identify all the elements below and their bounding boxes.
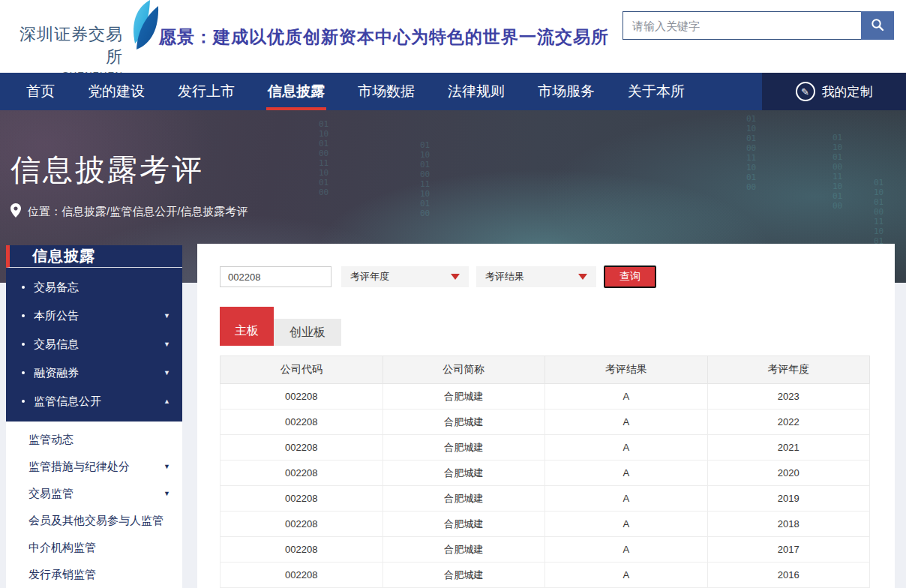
col-header-company-name: 公司简称 [382,356,545,384]
cell-result: A [545,486,708,512]
query-button[interactable]: 查询 [604,266,656,288]
cell-name: 合肥城建 [382,512,545,537]
sidebar-item-label: 监管信息公开 [34,394,101,409]
submenu-item-regulatory-news[interactable]: 监管动态 [6,426,182,453]
binary-pattern: 01 10 01 00 11 10 01 00 [746,114,756,192]
nav-item-services[interactable]: 市场服务 [538,73,595,110]
site-search [622,11,894,40]
nav-item-disclosure[interactable]: 信息披露 [268,73,325,110]
chevron-down-icon: ▼ [164,463,170,470]
cell-year: 2019 [707,486,870,512]
cell-name: 合肥城建 [382,562,545,588]
col-header-result: 考评结果 [545,356,708,384]
sidebar-item-label: 本所公告 [34,309,79,323]
bullet-icon [22,286,25,289]
cell-year: 2022 [707,410,870,435]
cell-code: 002208 [220,486,383,512]
cell-code: 002208 [220,435,383,460]
cell-year: 2017 [707,537,870,562]
nav-item-party[interactable]: 党的建设 [88,73,145,110]
cell-code: 002208 [220,460,383,486]
tab-chinext[interactable]: 创业板 [274,319,341,346]
submenu-item-label: 会员及其他交易参与人监管 [28,514,164,528]
cell-year: 2021 [707,435,870,460]
cell-name: 合肥城建 [382,384,545,410]
sidebar: 信息披露 交易备忘 本所公告 ▼ 交易信息 ▼ 融资融券 ▼ [6,245,182,588]
table-row: 002208 合肥城建 A 2016 [220,562,870,588]
nav-item-home[interactable]: 首页 [26,73,55,110]
location-pin-icon [10,203,21,220]
table-header-row: 公司代码 公司简称 考评结果 考评年度 [220,356,870,384]
tab-main-board[interactable]: 主板 [220,307,274,346]
sidebar-title: 信息披露 [6,245,182,268]
caret-down-icon [451,274,460,280]
sidebar-item-label: 交易信息 [34,338,79,352]
nav-item-market-data[interactable]: 市场数据 [358,73,415,110]
search-button[interactable] [861,11,894,40]
table-row: 002208 合肥城建 A 2022 [220,410,870,435]
cell-year: 2023 [707,384,870,410]
top-header: 深圳证券交易所 SHENZHEN STOCK EXCHANGE 愿景：建成以优质… [0,0,906,73]
sidebar-item-trading-info[interactable]: 交易信息 ▼ [6,330,182,358]
cell-code: 002208 [220,384,383,410]
sidebar-item-margin-trading[interactable]: 融资融券 ▼ [6,358,182,387]
caret-down-icon [578,274,587,280]
cell-result: A [545,410,708,435]
cell-result: A [545,435,708,460]
cell-result: A [545,512,708,537]
submenu-item-underwriting-supervision[interactable]: 发行承销监管 [6,561,182,588]
evaluation-result-dropdown[interactable]: 考评结果 [476,266,596,287]
bullet-icon [22,314,25,317]
breadcrumb: 位置：信息披露/监管信息公开/信息披露考评 [10,203,248,220]
cell-name: 合肥城建 [382,460,545,486]
pencil-circle-icon: ✎ [796,82,815,101]
nav-item-about[interactable]: 关于本所 [628,73,685,110]
cell-result: A [545,562,708,588]
binary-pattern: 01 10 01 00 11 10 01 00 [319,119,328,197]
table-row: 002208 合肥城建 A 2017 [220,537,870,562]
submenu-item-measures-discipline[interactable]: 监管措施与纪律处分 ▼ [6,453,182,480]
chevron-down-icon: ▼ [164,312,170,320]
evaluation-table: 公司代码 公司简称 考评结果 考评年度 002208 合肥城建 A 2023 0… [220,356,870,588]
evaluation-result-label: 考评结果 [485,270,524,284]
evaluation-year-dropdown[interactable]: 考评年度 [341,266,469,287]
main-content: 考评年度 考评结果 查询 主板 创业板 公司代码 公司简称 考评结果 考评年度 … [197,244,895,588]
nav-item-listing[interactable]: 发行上市 [178,73,235,110]
cell-year: 2020 [707,460,870,486]
col-header-company-code: 公司代码 [220,356,383,384]
submenu-item-label: 监管措施与纪律处分 [28,460,130,474]
binary-pattern: 01 10 01 00 11 10 01 00 [420,140,430,218]
submenu-item-label: 发行承销监管 [28,568,96,582]
cell-year: 2018 [707,512,870,537]
evaluation-year-label: 考评年度 [350,270,389,284]
breadcrumb-text: 位置：信息披露/监管信息公开/信息披露考评 [28,205,248,219]
sidebar-item-trading-memo[interactable]: 交易备忘 [6,273,182,302]
sidebar-item-label: 融资融券 [34,366,79,380]
table-row: 002208 合肥城建 A 2020 [220,460,870,486]
my-customization-button[interactable]: ✎ 我的定制 [762,73,906,110]
sidebar-menu: 交易备忘 本所公告 ▼ 交易信息 ▼ 融资融券 ▼ 监管信息公开 ▲ [6,268,182,422]
col-header-year: 考评年度 [707,356,870,384]
submenu-item-label: 监管动态 [28,433,74,447]
submenu-item-label: 交易监管 [28,487,74,501]
search-input[interactable] [622,11,861,40]
sidebar-item-announcements[interactable]: 本所公告 ▼ [6,302,182,330]
sidebar-item-regulatory-disclosure[interactable]: 监管信息公开 ▲ [6,387,182,416]
cell-code: 002208 [220,537,383,562]
cell-name: 合肥城建 [382,537,545,562]
szse-logo-icon [124,0,160,54]
cell-result: A [545,460,708,486]
submenu-item-member-supervision[interactable]: 会员及其他交易参与人监管 [6,507,182,534]
cell-code: 002208 [220,410,383,435]
logo-cn-text: 深圳证券交易所 [9,23,123,68]
binary-pattern: 01 10 01 00 11 10 01 00 [832,133,842,211]
submenu-item-trading-supervision[interactable]: 交易监管 ▼ [6,480,182,507]
submenu-item-intermediary-supervision[interactable]: 中介机构监管 [6,534,182,561]
bullet-icon [22,343,25,346]
cell-result: A [545,537,708,562]
vision-slogan: 愿景：建成以优质创新资本中心为特色的世界一流交易所 [159,26,609,49]
main-nav: 首页 党的建设 发行上市 信息披露 市场数据 法律规则 市场服务 关于本所 ✎ … [0,73,906,110]
nav-item-rules[interactable]: 法律规则 [448,73,505,110]
table-row: 002208 合肥城建 A 2023 [220,384,870,410]
company-code-input[interactable] [220,266,332,287]
